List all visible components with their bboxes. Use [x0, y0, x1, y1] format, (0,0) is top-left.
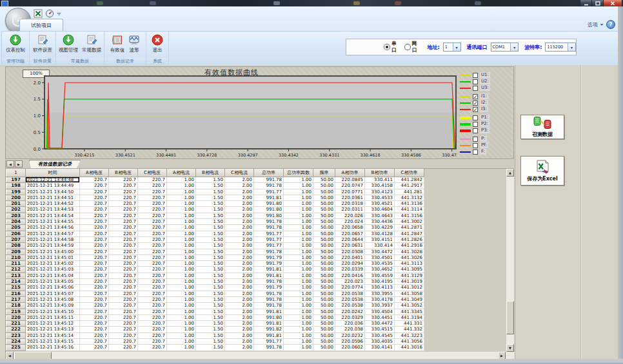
table-cell[interactable]: 220.7: [80, 213, 109, 218]
table-cell[interactable]: 50.00: [313, 314, 335, 320]
table-cell[interactable]: 220.0339: [335, 267, 365, 273]
row-number-cell[interactable]: 218: [6, 303, 26, 309]
table-cell[interactable]: 220.7: [80, 219, 109, 225]
table-cell[interactable]: 441.3223: [395, 332, 424, 338]
table-cell[interactable]: 330.4128: [365, 231, 395, 236]
table-cell[interactable]: 1.00: [284, 267, 313, 273]
table-cell[interactable]: 2021-12-21 13:45:14: [26, 332, 80, 338]
table-cell[interactable]: 991.78: [254, 296, 284, 302]
table-cell[interactable]: 441.3026: [395, 254, 424, 260]
table-cell[interactable]: 1.00: [167, 236, 196, 242]
table-cell[interactable]: 991.77: [254, 243, 284, 249]
table-cell[interactable]: 1.00: [167, 207, 196, 213]
table-cell[interactable]: 2021-12-21 13:44:49: [26, 183, 80, 189]
table-cell[interactable]: 220.0538: [335, 303, 365, 309]
table-cell[interactable]: 330.4141: [365, 345, 395, 350]
table-cell[interactable]: 1.00: [284, 254, 313, 260]
table-cell[interactable]: 441.2916: [395, 243, 424, 249]
table-cell[interactable]: 1.50: [196, 339, 225, 345]
table-cell[interactable]: 2021-12-21 13:45:08: [26, 296, 80, 302]
table-cell[interactable]: 2.00: [225, 249, 254, 254]
table-cell[interactable]: 220.7: [80, 314, 109, 320]
table-cell[interactable]: 220.7: [109, 339, 138, 345]
table-cell[interactable]: 441.3019: [395, 279, 424, 285]
table-cell[interactable]: 991.77: [254, 339, 284, 345]
table-cell[interactable]: 50.00: [313, 249, 335, 254]
table-cell[interactable]: 330.4436: [365, 219, 395, 225]
table-cell[interactable]: 2021-12-21 13:44:51: [26, 195, 80, 200]
table-cell[interactable]: 1.00: [167, 213, 196, 218]
table-cell[interactable]: 220.024: [335, 219, 365, 225]
table-cell[interactable]: 991.78: [254, 219, 284, 225]
legend-checkbox[interactable]: ✓: [473, 94, 478, 99]
table-cell[interactable]: 1.50: [196, 201, 225, 207]
table-cell[interactable]: 2021-12-21 13:44:59: [26, 243, 80, 249]
table-cell[interactable]: 220.0329: [335, 314, 365, 320]
table-cell[interactable]: 330.4151: [365, 236, 395, 242]
table-cell[interactable]: 330.4521: [365, 201, 395, 207]
table-cell[interactable]: 220.7: [109, 261, 138, 267]
table-cell[interactable]: 1.00: [284, 249, 313, 254]
table-cell[interactable]: 220.7: [138, 296, 167, 302]
table-cell[interactable]: 220.7: [80, 339, 109, 345]
options-menu[interactable]: 选项: [588, 21, 604, 28]
table-cell[interactable]: 2021-12-21 13:45:01: [26, 254, 80, 260]
table-cell[interactable]: 50.00: [313, 207, 335, 213]
table-cell[interactable]: 220.7: [138, 279, 167, 285]
table-cell[interactable]: 220.0294: [335, 261, 365, 267]
table-cell[interactable]: 991.81: [254, 273, 284, 278]
table-cell[interactable]: 991.78: [254, 225, 284, 231]
table-cell[interactable]: 1.50: [196, 267, 225, 273]
table-cell[interactable]: 2.00: [225, 231, 254, 236]
table-cell[interactable]: 1.00: [167, 177, 196, 183]
table-cell[interactable]: 1.00: [284, 296, 313, 302]
table-cell[interactable]: 220.7: [80, 201, 109, 207]
table-cell[interactable]: 441.2847: [395, 231, 424, 236]
table-cell[interactable]: 991.77: [254, 236, 284, 242]
table-cell[interactable]: 220.7: [138, 236, 167, 242]
table-cell[interactable]: 220.7: [138, 183, 167, 189]
dropdown-arrow-icon[interactable]: ▾: [568, 43, 575, 51]
row-number-cell[interactable]: 222: [6, 327, 26, 332]
table-cell[interactable]: 1.00: [167, 273, 196, 278]
table-cell[interactable]: 2.00: [225, 291, 254, 296]
table-cell[interactable]: 441.3345: [395, 309, 424, 314]
table-cell[interactable]: 1.00: [284, 339, 313, 345]
row-number-cell[interactable]: 200: [6, 195, 26, 200]
table-cell[interactable]: 220.7: [109, 254, 138, 260]
rms-value-button[interactable]: 有效值: [109, 32, 126, 55]
retrieve-data-button[interactable]: 召测数据: [520, 115, 564, 139]
table-cell[interactable]: 50.00: [313, 327, 335, 332]
sheet-nav-left[interactable]: ◀: [6, 160, 14, 168]
table-cell[interactable]: 1.00: [167, 254, 196, 260]
network-port-radio[interactable]: 网口: [404, 41, 422, 53]
table-cell[interactable]: 441.3132: [395, 195, 424, 200]
table-cell[interactable]: 220.023: [335, 279, 365, 285]
table-cell[interactable]: 220.7: [80, 296, 109, 302]
table-cell[interactable]: 220.7: [80, 183, 109, 189]
table-cell[interactable]: 1.00: [284, 219, 313, 225]
table-cell[interactable]: 50.00: [313, 345, 335, 350]
table-cell[interactable]: 2.00: [225, 303, 254, 309]
table-cell[interactable]: 220.0658: [335, 225, 365, 231]
table-cell[interactable]: 1.50: [196, 243, 225, 249]
table-cell[interactable]: 1.50: [196, 219, 225, 225]
table-cell[interactable]: 2021-12-21 13:45:10: [26, 309, 80, 314]
table-cell[interactable]: 2021-12-21 13:45:12: [26, 321, 80, 327]
table-cell[interactable]: 220.036: [335, 321, 365, 327]
table-cell[interactable]: 220.7: [138, 195, 167, 200]
table-cell[interactable]: 2021-12-21 13:45:02: [26, 261, 80, 267]
table-cell[interactable]: 220.0596: [335, 339, 365, 345]
table-cell[interactable]: 1.00: [167, 291, 196, 296]
table-cell[interactable]: 1.00: [284, 314, 313, 320]
table-cell[interactable]: 220.0774: [335, 285, 365, 291]
table-cell[interactable]: 441.3028: [395, 249, 424, 254]
row-number-cell[interactable]: 217: [6, 296, 26, 302]
table-cell[interactable]: 991.79: [254, 285, 284, 291]
table-cell[interactable]: 441.3002: [395, 219, 424, 225]
table-cell[interactable]: 1.50: [196, 231, 225, 236]
table-cell[interactable]: 220.0416: [335, 273, 365, 278]
legend-item-i2[interactable]: ✓I2:: [460, 100, 488, 106]
table-cell[interactable]: 220.0318: [335, 201, 365, 207]
table-cell[interactable]: 330.4545: [365, 332, 395, 338]
